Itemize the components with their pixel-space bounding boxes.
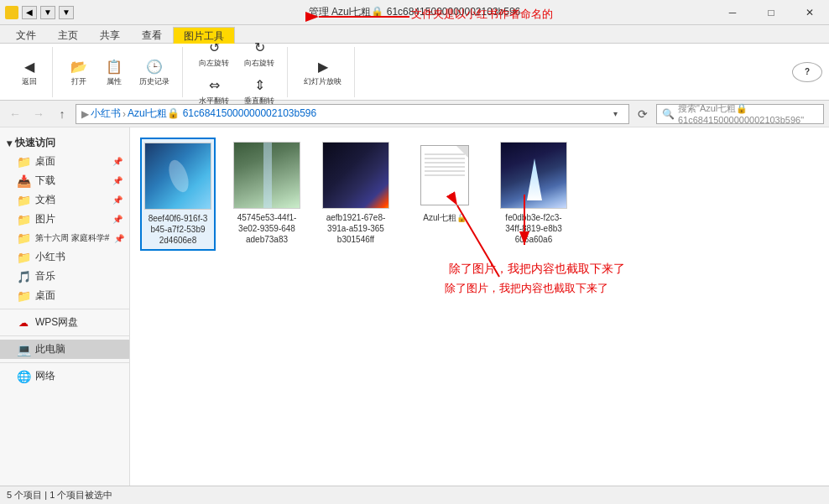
main-area: ▾ 快速访问 📁 桌面 📌 📥 下载 📌 📁 文档 📌 📁 图片 📌 📁 第十六… [0,127,829,486]
rotate-right-icon: ↻ [249,38,269,58]
underwater-thumb [145,143,211,210]
file-item-3[interactable]: aefb1921-67e8-391a-a519-365b301546ff [318,138,394,249]
download-folder-icon: 📥 [17,174,30,188]
content-annotation-text: 除了图片，我把内容也截取下来了 [449,262,625,277]
file-name-2: 45745e53-44f1-3e02-9359-648adeb73a83 [237,212,297,245]
tab-home[interactable]: 主页 [47,26,89,43]
flip-v-icon: ⇕ [249,75,269,96]
nav-forward-btn[interactable]: → [29,104,49,124]
ribbon-btn-rotate-left-label: 向左旋转 [199,58,229,69]
sidebar-item-desktop2[interactable]: 📁 桌面 [0,286,129,305]
desktop2-icon: 📁 [17,289,30,303]
sidebar-item-network[interactable]: 🌐 网络 [0,366,129,386]
ribbon-btn-back-label: 返回 [22,76,37,87]
this-pc-icon: 💻 [17,343,30,356]
sidebar-item-week16[interactable]: 📁 第十六周 家庭科学# 📌 [0,229,129,247]
quick-access-btn2[interactable]: ▼ [40,6,55,19]
search-icon: 🔍 [662,108,675,120]
file-name-1: 8eef40f6-916f-3b45-a7f2-53b92d4606e8 [149,213,208,246]
ribbon-btn-props[interactable]: 📋 属性 [98,54,130,90]
nav-refresh-btn[interactable]: ⟳ [633,104,653,124]
file-area: 8eef40f6-916f-3b45-a7f2-53b92d4606e8 457… [130,127,829,486]
folder-icon: 📁 [17,155,30,169]
maximize-button[interactable]: □ [752,0,790,25]
sidebar-divider2 [0,335,129,336]
search-bar[interactable]: 🔍 搜索"Azul七粗🔒 61c68415000000002103b596" [656,104,824,124]
address-dropdown-btn[interactable]: ▾ [607,106,623,122]
ribbon-btn-props-label: 属性 [107,76,122,87]
nav-back-btn[interactable]: ← [5,104,25,124]
pin-icon-download: 📌 [112,176,123,185]
ribbon-help-btn[interactable]: ? [792,62,822,82]
breadcrumb-xiaohongshu[interactable]: 小红书 [91,107,121,121]
wps-icon: ☁ [17,316,30,330]
sidebar-divider1 [0,309,129,309]
open-icon: 📂 [69,56,89,76]
ribbon-btn-slideshow-label: 幻灯片放映 [304,76,342,87]
sidebar-item-wps[interactable]: ☁ WPS网盘 [0,313,129,332]
address-bar[interactable]: ▶ 小红书 › Azul七粗🔒 61c68415000000002103b596… [76,104,629,124]
ribbon-btn-rotate-right-label: 向右旋转 [244,58,274,69]
status-text: 5 个项目 | 1 个项目被选中 [7,489,112,501]
pin-icon-week16: 📌 [114,234,124,243]
status-bar: 5 个项目 | 1 个项目被选中 [0,486,829,504]
sidebar: ▾ 快速访问 📁 桌面 📌 📥 下载 📌 📁 文档 📌 📁 图片 📌 📁 第十六… [0,127,130,486]
tab-picture-tools[interactable]: 图片工具 [173,27,235,44]
breadcrumb-folder[interactable]: Azul七粗🔒 61c68415000000002103b596 [128,107,316,121]
sidebar-item-download[interactable]: 📥 下载 📌 [0,171,129,190]
sidebar-item-desktop1[interactable]: 📁 桌面 📌 [0,152,129,171]
close-button[interactable]: ✕ [790,0,829,25]
sidebar-quick-access-header[interactable]: ▾ 快速访问 [0,134,129,152]
ribbon-tabs: 文件 主页 共享 查看 图片工具 [0,25,829,44]
music-icon: 🎵 [17,270,30,283]
window-controls: ─ □ ✕ [713,0,829,25]
sidebar-label-desktop1: 桌面 [35,154,55,169]
title-bar-left: ◀ ▼ ▼ [0,6,74,19]
sidebar-item-docs[interactable]: 📁 文档 📌 [0,190,129,210]
sidebar-label-this-pc: 此电脑 [35,342,65,356]
ribbon-btn-back[interactable]: ◀ 返回 [13,54,45,90]
props-icon: 📋 [104,56,124,76]
file-item-1[interactable]: 8eef40f6-916f-3b45-a7f2-53b92d4606e8 [140,138,216,251]
title-text-content: 管理 Azul七粗🔒 61c68415000000002103b596 [309,6,521,18]
tab-view[interactable]: 查看 [131,26,173,43]
file-name-4: Azul七粗🔒 [423,212,466,223]
sidebar-item-pictures[interactable]: 📁 图片 📌 [0,210,129,229]
tab-file[interactable]: 文件 [5,26,47,43]
address-breadcrumb: ▶ 小红书 › Azul七粗🔒 61c68415000000002103b596 [81,107,603,121]
file-item-4[interactable]: Azul七粗🔒 [407,138,482,227]
minimize-button[interactable]: ─ [713,0,752,25]
quick-access-btn[interactable]: ◀ [22,6,37,19]
file-grid: 8eef40f6-916f-3b45-a7f2-53b92d4606e8 457… [140,138,819,251]
ribbon-btn-slideshow[interactable]: ▶ 幻灯片放映 [298,54,347,90]
sidebar-label-pictures: 图片 [35,212,55,226]
nav-up-btn[interactable]: ↑ [52,104,72,124]
pin-icon-pictures: 📌 [112,215,123,224]
ribbon-btn-open[interactable]: 📂 打开 [63,54,95,90]
sidebar-label-network: 网络 [35,369,55,383]
waterfall-thumb [234,142,300,209]
window-title: 管理 Azul七粗🔒 61c68415000000002103b596 [309,5,521,19]
file-thumbnail-4 [411,142,478,209]
sidebar-item-music[interactable]: 🎵 音乐 [0,267,129,286]
file-item-2[interactable]: 45745e53-44f1-3e02-9359-648adeb73a83 [229,138,305,249]
flip-h-icon: ⇔ [204,75,224,96]
sidebar-item-this-pc[interactable]: 💻 此电脑 [0,340,129,359]
ribbon-btn-history[interactable]: 🕒 历史记录 [133,54,175,90]
quick-access-btn3[interactable]: ▼ [59,6,74,19]
search-placeholder: 搜索"Azul七粗🔒 61c68415000000002103b596" [678,102,818,125]
sidebar-label-download: 下载 [35,174,55,188]
file-name-3: aefb1921-67e8-391a-a519-365b301546ff [326,212,386,245]
ribbon-btn-rotate-right[interactable]: ↻ 向右旋转 [238,35,280,71]
dark-scene-thumb [323,142,388,209]
sidebar-label-wps: WPS网盘 [35,315,78,330]
slideshow-icon: ▶ [313,56,333,76]
history-icon: 🕒 [144,56,164,76]
ribbon-group-actions: 📂 打开 📋 属性 🕒 历史记录 [56,47,183,97]
tab-share[interactable]: 共享 [89,26,131,43]
sidebar-item-xiaohongshu[interactable]: 📁 小红书 [0,247,129,267]
file-thumbnail-2 [233,142,300,209]
ribbon-btn-open-label: 打开 [71,76,86,87]
pin-icon-desktop1: 📌 [112,157,123,166]
sidebar-label-docs: 文档 [35,193,55,207]
